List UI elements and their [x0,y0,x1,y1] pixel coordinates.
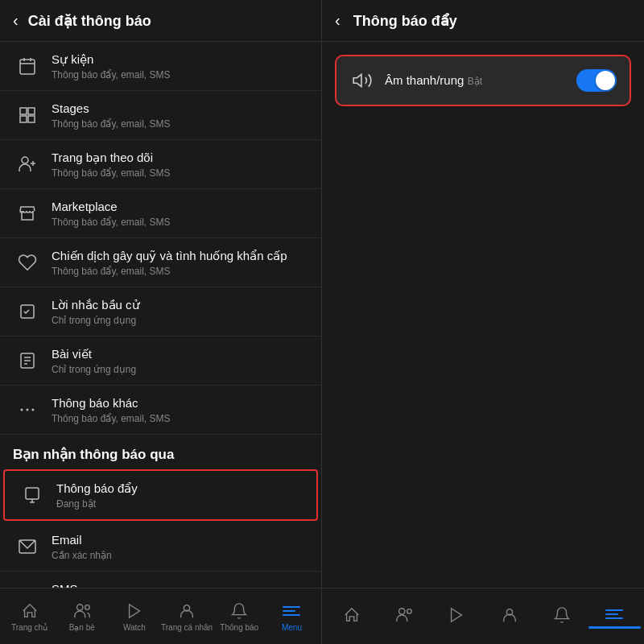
svg-rect-7 [28,116,35,122]
right-menu-active-indicator [588,626,641,629]
nav-notification[interactable]: Thông báo [213,597,266,637]
right-menu-icon [605,605,624,624]
menu-label-marketplace: Marketplace [52,199,171,215]
menu-label-email: Email [52,532,112,548]
home-icon [20,601,39,621]
nav-watch[interactable]: Watch [108,597,160,637]
menu-text-sukien: Sự kiện Thông báo đẩy, email, SMS [52,52,171,80]
menu-sub-trang-ban: Thông báo đẩy, email, SMS [52,167,171,179]
calendar-icon [13,52,42,80]
right-nav-friends[interactable] [378,601,430,632]
article-icon [13,346,42,375]
menu-label-stages: Stages [52,101,171,117]
svg-rect-19 [26,488,39,499]
menu-sub-marketplace: Thông báo đẩy, email, SMS [52,217,171,228]
right-nav-menu[interactable] [588,600,641,634]
right-watch-icon [447,605,466,625]
right-nav-profile[interactable] [483,601,535,632]
nav-friends-label: Bạn bè [69,623,95,632]
nav-home[interactable]: Trang chủ [3,597,56,637]
right-header: ‹ Thông báo đẩy [322,0,644,42]
menu-text-baiviet: Bài viết Chỉ trong ứng dụng [52,346,136,375]
sound-vibration-text: Âm thanh/rung Bật [385,73,576,88]
right-nav-notification[interactable] [535,601,588,632]
svg-rect-0 [20,60,35,74]
menu-text-sms: SMS Đang bật, gợi ý [52,581,117,588]
right-panel: ‹ Thông báo đẩy Âm thanh/rung Bật [322,0,644,644]
left-panel-title: Cài đặt thông báo [28,12,151,30]
right-panel-title: Thông báo đẩy [353,12,457,30]
menu-label-baiviet: Bài viết [52,346,136,362]
menu-label-thongbaokhac: Thông báo khác [52,395,171,411]
menu-text-chiendinh: Chiến dịch gây quỹ và tình huống khẩn cấ… [52,248,287,277]
heart-icon [13,248,42,277]
svg-point-18 [32,409,35,411]
menu-item-sms[interactable]: SMS Đang bật, gợi ý [0,572,321,588]
menu-item-trang-ban[interactable]: Trang bạn theo dõi Thông báo đẩy, email,… [0,140,321,189]
menu-item-stages[interactable]: Stages Thông báo đẩy, email, SMS [0,91,321,140]
section-header-nhan-thong-bao: Bạn nhận thông báo qua [0,435,321,468]
menu-sub-thong-bao-day: Đang bật [56,498,138,510]
svg-point-24 [85,605,89,609]
profile-icon [177,601,196,621]
sound-vibration-sub: Bật [468,76,482,87]
menu-item-marketplace[interactable]: Marketplace Thông báo đẩy, email, SMS [0,189,321,238]
nav-profile[interactable]: Trang cá nhân [161,597,213,637]
users-follow-icon [13,150,42,179]
menu-item-thongbaokhac[interactable]: Thông báo khác Thông báo đẩy, email, SMS [0,386,321,435]
nav-watch-label: Watch [123,623,146,632]
volume-icon [349,68,375,93]
right-profile-icon [500,605,519,625]
menu-item-thong-bao-day[interactable]: Thông báo đẩy Đang bật [3,469,318,521]
toggle-knob [596,71,615,90]
right-content: Âm thanh/rung Bật [322,42,644,588]
svg-point-16 [21,409,23,411]
vote-icon [13,297,42,326]
nav-menu[interactable]: Menu [266,597,318,637]
menu-label-trang-ban: Trang bạn theo dõi [52,150,171,166]
dots-icon [13,395,42,424]
menu-text-stages: Stages Thông báo đẩy, email, SMS [52,101,171,130]
sound-toggle[interactable] [576,69,617,92]
right-friends-icon [394,605,414,625]
menu-sub-email: Cần xác nhận [52,550,112,561]
menu-item-email[interactable]: Email Cần xác nhận [0,522,321,572]
svg-point-28 [399,609,405,614]
menu-sub-bauce: Chỉ trong ứng dụng [52,315,140,326]
menu-icon [282,601,301,621]
menu-label-sms: SMS [52,581,117,588]
menu-text-thongbaokhac: Thông báo khác Thông báo đẩy, email, SMS [52,395,171,424]
svg-marker-25 [130,604,140,617]
right-nav-watch[interactable] [431,601,483,632]
menu-text-marketplace: Marketplace Thông báo đẩy, email, SMS [52,199,171,228]
sound-vibration-setting[interactable]: Âm thanh/rung Bật [335,55,631,106]
menu-item-chiendinh[interactable]: Chiến dịch gây quỹ và tình huống khẩn cấ… [0,238,321,287]
menu-sub-thongbaokhac: Thông báo đẩy, email, SMS [52,413,171,424]
menu-sub-chiendinh: Thông báo đẩy, email, SMS [52,266,287,277]
menu-sub-stages: Thông báo đẩy, email, SMS [52,118,171,130]
menu-label-thong-bao-day: Thông báo đẩy [56,481,138,497]
right-back-button[interactable]: ‹ [335,11,341,30]
svg-rect-6 [20,116,27,122]
svg-point-29 [407,609,412,614]
email-icon [13,532,42,561]
right-nav-home[interactable] [325,601,378,632]
menu-item-baiviet[interactable]: Bài viết Chỉ trong ứng dụng [0,336,321,386]
left-back-button[interactable]: ‹ [13,11,19,30]
nav-friends[interactable]: Bạn bè [56,597,108,637]
nav-profile-label: Trang cá nhân [161,623,213,632]
svg-point-17 [27,409,29,411]
friends-icon [72,601,92,621]
right-notification-icon [552,605,572,625]
menu-item-bauce[interactable]: Lời nhắc bầu cử Chỉ trong ứng dụng [0,287,321,336]
left-bottom-nav: Trang chủ Bạn bè Watch Trang cá nhân Thô… [0,588,321,644]
svg-marker-30 [452,609,462,622]
left-menu-list: Sự kiện Thông báo đẩy, email, SMS Stages… [0,42,321,588]
menu-text-email: Email Cần xác nhận [52,532,112,561]
menu-label-chiendinh: Chiến dịch gây quỹ và tình huống khẩn cấ… [52,248,287,264]
menu-item-sukien[interactable]: Sự kiện Thông báo đẩy, email, SMS [0,42,321,91]
svg-point-23 [76,604,82,609]
nav-notification-label: Thông báo [220,623,258,632]
right-home-icon [342,605,361,625]
store-icon [13,199,42,228]
